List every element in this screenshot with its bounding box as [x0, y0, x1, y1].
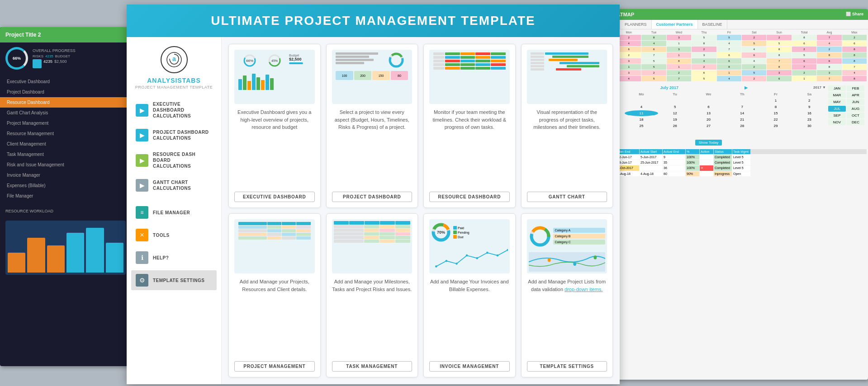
svg-text:70%: 70%: [437, 230, 445, 235]
card-invoice-management[interactable]: 70% Paid Pending: [423, 213, 516, 377]
card-gantt-chart[interactable]: Visual representation of the progress of…: [521, 44, 613, 208]
show-today-button[interactable]: Show Today: [695, 140, 722, 146]
month-selector: JAN FEB MAR APR MAY JUN JUL AUG SEP OCT …: [828, 85, 864, 146]
tab-planners[interactable]: PLANNERS: [620, 20, 652, 29]
heatmap-grid: Mon Tue Wed Thu Fri Sat Sun Total Avg Ma…: [588, 29, 868, 83]
bg-left-nav: Executive Dashboard Project Dashboard Re…: [0, 74, 131, 203]
svg-point-31: [593, 255, 597, 259]
gantt-chart-icon: ▶: [136, 179, 148, 192]
sidebar-file-manager[interactable]: ≡ FILE MANAGER: [131, 202, 217, 222]
template-settings-icon: ⚙: [136, 274, 148, 287]
sidebar-gantt-chart[interactable]: ▶ GANTT CHARTCALCULATIONS: [131, 175, 217, 195]
sidebar-resource-dashboard[interactable]: ▶ RESOURCE DASH BOARDCALCULATIONS: [131, 148, 217, 173]
svg-text:a: a: [172, 55, 176, 62]
bg-right-table: Plan Start Plan End Actual Start Actual …: [588, 148, 868, 178]
heatmap-row: Grace3226153234: [589, 70, 867, 75]
card-desc-task: Add and Manage your Milestones, Tasks an…: [332, 278, 413, 357]
nav-task-mgmt[interactable]: Task Management: [0, 149, 131, 160]
main-title: ULTIMATE PROJECT MANAGEMENT TEMPLATE: [140, 14, 606, 28]
main-header: ULTIMATE PROJECT MANAGEMENT TEMPLATE: [127, 5, 620, 37]
help-icon: ℹ: [136, 251, 148, 264]
set-actuals-button[interactable]: ✕: [700, 165, 713, 171]
card-preview-resource: [429, 50, 510, 104]
btn-project-management[interactable]: PROJECT MANAGEMENT: [234, 361, 315, 372]
tools-icon: ✕: [136, 229, 148, 241]
nav-resource-mgmt[interactable]: Resource Management: [0, 128, 131, 139]
nav-project-mgmt[interactable]: Project Management: [0, 118, 131, 128]
calendar-section: ◀ July 2017 ▶ 2017 ▼ Su Mo Tu We Th Fr S…: [588, 83, 868, 148]
btn-task-management[interactable]: TASK MANAGEMENT: [332, 361, 413, 372]
svg-point-22: [497, 254, 499, 256]
progress-details: OVERALL PROGRESS RISKS 4235 BUDGET 4235 …: [33, 48, 126, 68]
nav-executive-dashboard[interactable]: Executive Dashboard: [0, 76, 131, 87]
svg-text:45%: 45%: [271, 59, 278, 62]
card-template-settings[interactable]: Category A Category B Category C: [521, 213, 613, 377]
bg-right-panel: TASKS HEATMAP ⬜ Share TEAM PLAN PLANNERS…: [588, 9, 868, 380]
card-desc-executive: Executive Dashboard gives you a high-lev…: [234, 108, 315, 187]
heatmap-row: Carol6632748228: [589, 47, 867, 52]
heatmap-data-rows: Alice2835522872Bob4418455646Carol6632748…: [589, 35, 867, 81]
card-preview-gantt: [527, 50, 607, 104]
progress-circle: 66%: [5, 47, 28, 70]
svg-point-16: [435, 265, 437, 267]
nav-risk[interactable]: Risk and Issue Management: [0, 160, 131, 170]
card-project-management[interactable]: Add and Manage your Projects, Resources …: [228, 213, 321, 377]
svg-point-29: [547, 258, 550, 262]
main-content: a ANALYSISTABS PROJECT MANAGEMENT TEMPLA…: [127, 37, 620, 384]
heatmap-row: Bob4418455646: [589, 41, 867, 46]
sidebar-project-dashboard[interactable]: ▶ PROJECT DASHBOARDCALCULATIONS: [131, 125, 217, 145]
btn-template-settings[interactable]: TEMPLATE SETTINGS: [527, 361, 607, 372]
sidebar-template-settings[interactable]: ⚙ TEMPLATE SETTINGS: [131, 270, 217, 290]
btn-executive-dashboard[interactable]: EXECUTIVE DASHBOARD: [234, 192, 315, 202]
tab-customer-partners[interactable]: Customer Partners: [652, 20, 698, 29]
card-desc-gantt: Visual representation of the progress of…: [527, 108, 607, 187]
btn-project-dashboard[interactable]: PROJECT DASHBOARD: [332, 192, 413, 202]
cards-grid: 66% 45% Budget: [222, 37, 620, 384]
brand-logo: a: [161, 46, 188, 73]
brand-subtitle: PROJECT MANAGEMENT TEMPLATE: [135, 85, 213, 89]
nav-file-manager[interactable]: File Manager: [0, 191, 131, 201]
nav-gantt[interactable]: Gantt Chart Analysis: [0, 108, 131, 118]
bg-right-header: TASKS HEATMAP ⬜ Share: [588, 9, 868, 20]
btn-invoice-management[interactable]: INVOICE MANAGEMENT: [429, 361, 510, 372]
card-preview-settings: Category A Category B Category C: [527, 219, 607, 273]
bg-right-tabs: TEAM PLAN PLANNERS Customer Partners BAS…: [588, 20, 868, 29]
nav-invoice[interactable]: Invoice Manager: [0, 170, 131, 180]
brand-name: ANALYSISTABS: [147, 77, 201, 84]
card-executive-dashboard[interactable]: 66% 45% Budget: [228, 44, 321, 208]
card-project-dashboard[interactable]: 100 200 150 80 Select a project to view …: [326, 44, 418, 208]
bg-left-panel: Project Title 2 66% OVERALL PROGRESS RIS…: [0, 27, 131, 366]
card-resource-dashboard[interactable]: Monitor if your team meeting the timelin…: [423, 44, 516, 208]
sidebar-help[interactable]: ℹ HELP?: [131, 248, 217, 268]
nav-resource-dashboard[interactable]: Resource Dashboard: [0, 97, 131, 108]
svg-point-21: [486, 251, 489, 254]
heatmap-row: Alice2835522872: [589, 35, 867, 40]
svg-point-18: [455, 262, 458, 264]
nav-client-mgmt[interactable]: Client Management: [0, 139, 131, 149]
svg-text:66%: 66%: [246, 59, 253, 63]
card-preview-invoice: 70% Paid Pending: [429, 219, 510, 273]
resource-workload-chart: [5, 221, 126, 275]
card-desc-settings: Add and Manage Project Lists from data v…: [527, 278, 607, 357]
heatmap-row: Eve3584647668: [589, 58, 867, 64]
sidebar-tools[interactable]: ✕ TOOLS: [131, 225, 217, 245]
btn-gantt-chart[interactable]: GANTT CHART: [527, 192, 607, 202]
card-desc-project-mgmt: Add and Manage your Projects, Resources …: [234, 278, 315, 357]
calendar-grid: Su Mo Tu We Th Fr Sa 1 2 3 4 5 6 7 8: [591, 91, 826, 135]
bg-left-project-title: Project Title 2: [0, 27, 131, 42]
nav-expenses[interactable]: Expenses (Billable): [0, 180, 131, 191]
card-preview-executive: 66% 45% Budget: [234, 50, 315, 104]
card-preview-task: [332, 219, 413, 273]
dropdown-link[interactable]: drop-down items.: [564, 287, 602, 292]
file-manager-icon: ≡: [136, 206, 148, 219]
nav-project-dashboard[interactable]: Project Dashboard: [0, 87, 131, 97]
svg-point-19: [466, 254, 468, 256]
svg-point-17: [446, 259, 448, 262]
heatmap-row: Hank4575426178: [589, 76, 867, 81]
tab-baseline[interactable]: BASELINE: [698, 20, 727, 29]
btn-resource-dashboard[interactable]: RESOURCE DASHBOARD: [429, 192, 510, 202]
card-task-management[interactable]: Add and Manage your Milestones, Tasks an…: [326, 213, 418, 377]
sidebar-executive-dashboard[interactable]: ▶ EXECUTIVE DASHBOARDCALCULATIONS: [131, 98, 217, 122]
resource-workload-label: RESOURCE WORKLOAD: [0, 205, 131, 217]
card-desc-project: Select a project to view every aspect (B…: [332, 108, 413, 187]
